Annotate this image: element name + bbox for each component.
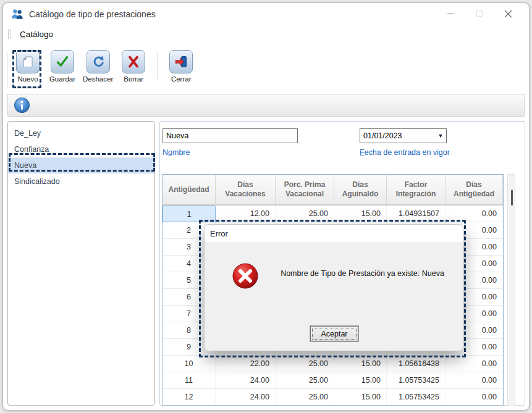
- scrollbar-thumb[interactable]: [511, 190, 513, 206]
- column-header[interactable]: Días Antigüedad: [445, 175, 503, 204]
- aceptar-label: Aceptar: [321, 330, 347, 338]
- column-header[interactable]: Días Aguinaldo: [334, 175, 387, 204]
- table-cell[interactable]: 15.00: [334, 206, 387, 222]
- menu-grip[interactable]: [8, 29, 11, 39]
- table-cell[interactable]: 24.00: [216, 389, 276, 406]
- error-message: Nombre de Tipo de Prestación ya existe: …: [269, 269, 455, 278]
- new-page-icon: [20, 54, 35, 69]
- window-title: Catálogo de tipo de prestaciones: [29, 9, 156, 19]
- prestaciones-list: De_Ley Confianza Nueva Sindicalizado: [7, 121, 155, 406]
- info-icon: [14, 97, 30, 114]
- nombre-input[interactable]: [163, 128, 298, 143]
- table-cell[interactable]: 11: [163, 372, 216, 389]
- check-icon: [55, 54, 70, 69]
- table-cell[interactable]: 15.00: [334, 389, 387, 406]
- info-bar: [7, 94, 525, 117]
- table-row: 1124.0025.0015.001.057534250.00: [163, 372, 503, 389]
- nombre-label: Nombre: [163, 148, 190, 157]
- table-cell[interactable]: 1.05616438: [387, 356, 445, 372]
- two-people-icon: [11, 8, 24, 20]
- table-cell[interactable]: 25.00: [276, 206, 334, 222]
- list-item-nueva[interactable]: Nueva: [8, 157, 154, 173]
- menu-bar: Catálogo: [3, 25, 529, 43]
- table-cell[interactable]: 1: [163, 206, 216, 222]
- table-cell[interactable]: 25.00: [276, 372, 334, 389]
- menu-catalogo[interactable]: Catálogo: [16, 28, 57, 41]
- error-dialog: Error Nombre de Tipo de Prestación ya ex…: [204, 224, 463, 351]
- table-cell[interactable]: 1.05753425: [387, 389, 445, 406]
- minimize-button[interactable]: [437, 3, 464, 24]
- cerrar-label: Cerrar: [171, 75, 192, 83]
- maximize-icon: [476, 10, 483, 17]
- table-cell[interactable]: 25.00: [276, 356, 334, 372]
- toolbar-grip[interactable]: [7, 52, 9, 88]
- deshacer-button[interactable]: Deshacer: [83, 50, 113, 83]
- table-header: AntigüedadDías VacacionesPorc. Prima Vac…: [163, 175, 503, 206]
- table-cell[interactable]: 1.04931507: [387, 206, 445, 222]
- error-dialog-title: Error: [205, 225, 463, 242]
- fecha-label: Fecha de entrada en vigor: [360, 148, 450, 157]
- table-cell[interactable]: 1.05753425: [387, 372, 445, 389]
- column-header[interactable]: Factor Integración: [387, 175, 445, 204]
- table-cell[interactable]: 0.00: [445, 356, 503, 372]
- error-icon: [231, 262, 260, 290]
- table-cell[interactable]: 15.00: [334, 372, 387, 389]
- table-cell[interactable]: 15.00: [334, 356, 387, 372]
- table-row: 1022.0025.0015.001.056164380.00: [163, 356, 503, 372]
- table-cell[interactable]: 0.00: [445, 389, 503, 406]
- red-x-icon: [126, 54, 141, 69]
- list-item-de-ley[interactable]: De_Ley: [8, 125, 154, 141]
- table-cell[interactable]: 0.00: [445, 372, 503, 389]
- column-header[interactable]: Días Vacaciones: [216, 175, 276, 204]
- chevron-down-icon[interactable]: ▼: [435, 133, 446, 139]
- borrar-label: Borrar: [124, 75, 143, 83]
- table-cell[interactable]: 10: [163, 356, 216, 372]
- close-button[interactable]: [494, 3, 521, 24]
- table-cell[interactable]: 0.00: [445, 206, 503, 222]
- guardar-button[interactable]: Guardar: [48, 50, 77, 83]
- title-bar: Catálogo de tipo de prestaciones: [3, 3, 529, 25]
- table-row: 112.0025.0015.001.049315070.00: [163, 206, 503, 222]
- nuevo-label: Nuevo: [17, 75, 38, 83]
- minimize-icon: [447, 14, 454, 14]
- nuevo-button[interactable]: Nuevo: [14, 50, 42, 83]
- maximize-button[interactable]: [466, 3, 493, 24]
- column-header[interactable]: Antigüedad: [163, 175, 216, 204]
- list-item-sindicalizado[interactable]: Sindicalizado: [8, 173, 154, 190]
- table-cell[interactable]: 22.00: [216, 356, 276, 372]
- fecha-dropdown[interactable]: 01/01/2023 ▼: [360, 128, 447, 143]
- table-row: 1224.0025.0015.001.057534250.00: [163, 389, 503, 406]
- app-window: Catálogo de tipo de prestaciones Catálog…: [2, 2, 530, 411]
- list-item-confianza[interactable]: Confianza: [8, 141, 154, 157]
- borrar-button[interactable]: Borrar: [119, 50, 148, 83]
- undo-icon: [91, 54, 106, 69]
- guardar-label: Guardar: [49, 75, 75, 83]
- table-scrollbar[interactable]: [507, 174, 515, 406]
- toolbar: Nuevo Guardar Deshacer: [3, 45, 529, 93]
- fecha-value: 01/01/2023: [360, 131, 435, 140]
- table-cell[interactable]: 24.00: [216, 372, 276, 389]
- deshacer-label: Deshacer: [83, 75, 113, 83]
- aceptar-button[interactable]: Aceptar: [310, 326, 358, 341]
- column-header[interactable]: Porc. Prima Vacacional: [276, 175, 334, 204]
- exit-door-icon: [174, 54, 188, 69]
- table-cell[interactable]: 12: [163, 389, 216, 406]
- close-icon: [504, 10, 512, 18]
- table-cell[interactable]: 25.00: [276, 389, 334, 406]
- toolbar-separator: [158, 52, 158, 80]
- table-cell[interactable]: 12.00: [216, 206, 276, 222]
- cerrar-button[interactable]: Cerrar: [167, 50, 195, 83]
